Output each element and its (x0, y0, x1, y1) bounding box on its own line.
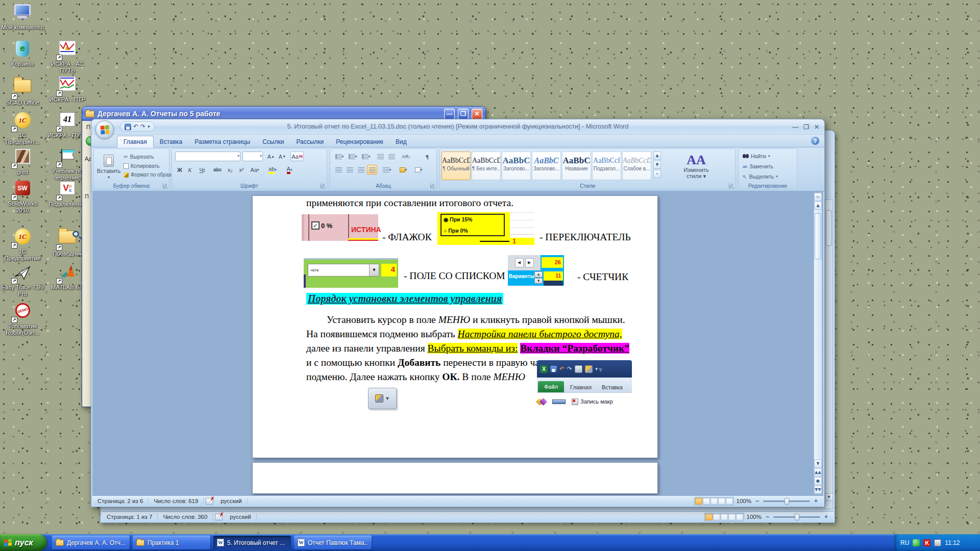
font-size-combobox[interactable] (242, 152, 263, 161)
help-icon[interactable]: ? (811, 137, 819, 145)
dialog-launcher-icon[interactable]: ◿ (163, 183, 168, 188)
line-spacing-button[interactable]: ▾ (380, 165, 394, 174)
find-button[interactable]: Найти ▾ (743, 153, 770, 159)
document-page-2[interactable] (252, 462, 658, 494)
zoom-slider[interactable] (763, 500, 810, 502)
desktop-icon-iskra-as-put[interactable]: ↗ ИСКРА - АС ПУТЬ (46, 41, 89, 74)
copy-button[interactable]: Копировать (124, 163, 160, 169)
desktop-icon-1c-2[interactable]: 1С↗ 1С Предприятие (1, 228, 44, 262)
tab-review[interactable]: Рецензирование (330, 136, 389, 147)
zoom-out-button[interactable]: − (754, 497, 761, 505)
bold-button[interactable]: Ж (175, 165, 184, 174)
align-center-button[interactable] (345, 165, 355, 174)
style-heading2[interactable]: AaBbCЗаголово... (532, 152, 561, 180)
view-outline[interactable] (728, 514, 736, 520)
styles-gallery-more[interactable]: ▿ (653, 170, 661, 178)
scrollbar-thumb[interactable] (815, 213, 821, 259)
change-styles-button[interactable]: АА Изменить стили ▾ (666, 151, 727, 182)
tab-mailings[interactable]: Рассылки (290, 136, 330, 147)
scroll-down-button[interactable]: ▼ (825, 493, 833, 501)
desktop-icon-1c-1[interactable]: 1С↗ 1С Предприят... (1, 111, 44, 145)
text-highlight-button[interactable]: ab▾ (265, 165, 280, 174)
tab-home[interactable]: Главная (117, 136, 154, 147)
ruler-toggle-button[interactable]: ▭ (814, 193, 822, 201)
zoom-slider[interactable] (773, 516, 820, 518)
shrink-font-button[interactable]: А▼ (277, 152, 287, 161)
numbering-button[interactable]: ▾ (347, 152, 359, 161)
page-indicator[interactable]: Страница: 1 из 7 (102, 514, 158, 520)
font-name-combobox[interactable] (175, 152, 240, 161)
view-print-layout[interactable] (695, 498, 702, 505)
desktop-icon-iskra-ptr[interactable]: ↗ ИСКРА - ПТР (46, 77, 89, 103)
word-count[interactable]: Число слов: 619 (149, 498, 204, 504)
prev-page-button[interactable]: ▲▲ (814, 468, 822, 477)
zoom-in-button[interactable]: + (823, 513, 829, 520)
tray-kaspersky-icon[interactable]: K (923, 539, 930, 546)
minimize-button[interactable]: — (792, 123, 798, 131)
language-indicator[interactable]: русский (225, 514, 256, 520)
zoom-level[interactable]: 100% (747, 514, 762, 520)
styles-scroll-down[interactable]: ▼ (653, 161, 661, 169)
font-color-button[interactable]: А▾ (282, 165, 297, 174)
underline-button[interactable]: Ч▾ (195, 165, 209, 174)
desktop-icon-easy-trace[interactable]: ↗ Easy Trace 7.99 Pro (1, 264, 44, 297)
style-no-spacing[interactable]: AaBbCcDc¶ Без инте... (472, 152, 501, 180)
view-switcher[interactable] (704, 513, 744, 521)
change-case-button[interactable]: Аа▾ (248, 165, 262, 174)
multilevel-list-button[interactable]: ▾ (360, 152, 372, 161)
superscript-button[interactable]: x² (236, 165, 247, 174)
increase-indent-button[interactable] (386, 152, 397, 161)
view-draft[interactable] (726, 498, 733, 505)
start-button[interactable]: пуск (0, 534, 47, 551)
subscript-button[interactable]: x₂ (225, 165, 235, 174)
zoom-in-button[interactable]: + (813, 497, 819, 505)
next-page-button[interactable]: ▼▼ (814, 486, 822, 494)
view-print-layout[interactable] (705, 514, 713, 520)
word-count[interactable]: Число слов: 360 (158, 514, 213, 520)
borders-button[interactable]: ▾ (412, 165, 425, 174)
language-indicator[interactable]: RU (900, 539, 909, 546)
zoom-level[interactable]: 100% (737, 498, 751, 504)
close-button[interactable]: ✕ (814, 123, 819, 131)
desktop-icon-gretl[interactable]: ↗ gretl (1, 148, 44, 176)
maximize-button[interactable]: ❐ (803, 123, 809, 131)
view-fullscreen[interactable] (713, 514, 720, 520)
select-browse-button[interactable]: ● (814, 477, 822, 485)
show-marks-button[interactable]: ¶ (422, 152, 432, 161)
office-button[interactable] (95, 120, 114, 139)
cut-button[interactable]: ✂Вырезать (124, 154, 154, 160)
bullets-button[interactable]: ▾ (333, 152, 346, 161)
view-web[interactable] (721, 514, 728, 520)
select-button[interactable]: ↖Выделить ▾ (743, 173, 778, 180)
style-normal[interactable]: AaBbCcDc¶ Обычный (442, 152, 471, 180)
strikethrough-button[interactable]: abc (211, 165, 224, 174)
shading-button[interactable]: ▾ (397, 165, 410, 174)
tray-app-icon[interactable] (934, 539, 941, 546)
taskbar-item-word-report[interactable]: W5. Итоговый отчет ... (213, 536, 291, 549)
language-indicator[interactable]: русский (215, 498, 247, 504)
tab-view[interactable]: Вид (389, 136, 413, 147)
desktop-icon-recycle-bin[interactable]: e Корзина (1, 41, 44, 67)
scroll-up-button[interactable]: ▲ (814, 202, 822, 210)
view-fullscreen[interactable] (703, 498, 710, 505)
scroll-down-button[interactable]: ▼ (814, 460, 822, 468)
style-subtle-emphasis[interactable]: AaBbCcDcСлабое в... (622, 152, 651, 180)
align-right-button[interactable] (356, 165, 366, 174)
style-heading1[interactable]: AaBbCЗаголово... (502, 152, 531, 180)
tab-page-layout[interactable]: Разметка страницы (188, 136, 256, 147)
style-title[interactable]: AaBbCНазвание (562, 152, 591, 180)
desktop-icon-topomatic[interactable]: DEMO↗ Топоматик Robur(Озн... (1, 302, 44, 336)
zoom-out-button[interactable]: − (764, 513, 771, 520)
zoom-slider-thumb[interactable] (795, 514, 799, 520)
document-scrollbar[interactable]: ▭ ▲ ▼ ▲▲ ● ▼▼ (814, 192, 822, 494)
spellcheck-icon[interactable] (215, 514, 223, 520)
sort-button[interactable]: АЯ↓ (400, 152, 413, 161)
desktop-icon-scad-office[interactable]: ↗ SCAD Office (1, 77, 44, 106)
page-indicator[interactable]: Страница: 2 из 6 (92, 498, 149, 504)
align-left-button[interactable] (333, 165, 344, 174)
dialog-launcher-icon[interactable]: ◿ (729, 183, 734, 188)
grow-font-button[interactable]: А▲ (266, 152, 276, 161)
dialog-launcher-icon[interactable]: ◿ (321, 183, 326, 188)
decrease-indent-button[interactable] (375, 152, 385, 161)
clear-formatting-button[interactable]: Аа (290, 152, 304, 161)
